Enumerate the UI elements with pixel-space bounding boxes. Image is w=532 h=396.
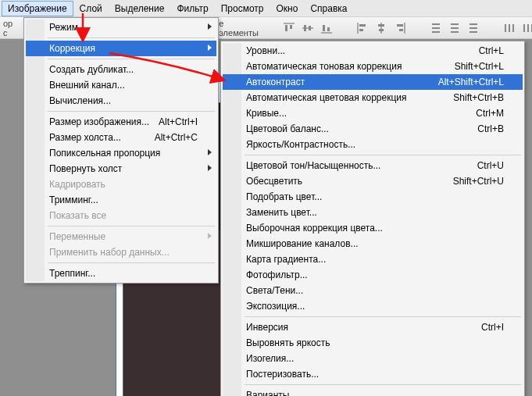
- distribute-hcenter-icon[interactable]: [520, 20, 532, 37]
- menu-item-posterize[interactable]: Постеризовать...: [223, 366, 523, 382]
- menu-shortcut: Alt+Ctrl+I: [159, 116, 198, 127]
- menubar-item-view[interactable]: Просмотр: [215, 1, 270, 16]
- align-bottom-icon[interactable]: [318, 20, 335, 37]
- menubar-item-help[interactable]: Справка: [304, 1, 353, 16]
- menu-item-brightness-contrast[interactable]: Яркость/Контрастность...: [223, 137, 523, 152]
- menu-item-image-size[interactable]: Размер изображения...Alt+Ctrl+I: [26, 114, 216, 130]
- menu-item-exposure[interactable]: Экспозиция...: [223, 298, 523, 314]
- svg-rect-12: [432, 23, 440, 25]
- svg-rect-17: [451, 31, 459, 33]
- menu-item-variations[interactable]: Варианты...: [223, 387, 523, 396]
- menu-item-replace-color[interactable]: Заменить цвет...: [223, 205, 523, 220]
- menu-label: Яркость/Контрастность...: [246, 139, 355, 150]
- svg-rect-15: [451, 23, 459, 25]
- menu-item-color-balance[interactable]: Цветовой баланс...Ctrl+B: [223, 121, 523, 137]
- menu-item-shadow-highlight[interactable]: Света/Тени...: [223, 283, 523, 298]
- menu-label: Тримминг...: [49, 194, 98, 205]
- menu-label: Показать все: [49, 210, 106, 221]
- menubar-item-filter[interactable]: Фильтр: [170, 1, 214, 16]
- align-vcenter-icon[interactable]: [299, 20, 316, 37]
- menu-item-desaturate[interactable]: ОбесцветитьShift+Ctrl+U: [223, 173, 523, 189]
- menu-item-duplicate[interactable]: Создать дубликат...: [26, 62, 216, 77]
- svg-rect-10: [397, 24, 403, 27]
- menu-item-auto-levels[interactable]: Автоматическая тоновая коррекцияShift+Ct…: [223, 59, 523, 74]
- menu-label: Экспозиция...: [246, 301, 305, 312]
- menu-label: Попиксельная пропорция: [49, 148, 160, 159]
- menu-item-trap[interactable]: Треппинг...: [26, 266, 216, 281]
- menu-item-rotate-canvas[interactable]: Повернуть холст: [26, 161, 216, 177]
- align-right-icon[interactable]: [391, 20, 409, 37]
- menu-label: Варианты...: [246, 390, 297, 396]
- menubar-item-layer[interactable]: Слой: [73, 1, 109, 16]
- menubar-item-image[interactable]: Изображение: [2, 1, 73, 16]
- menu-item-canvas-size[interactable]: Размер холста...Alt+Ctrl+C: [26, 130, 216, 145]
- menu-item-calculations[interactable]: Вычисления...: [26, 93, 216, 109]
- svg-rect-13: [432, 27, 440, 29]
- menu-label: Микширование каналов...: [246, 238, 359, 249]
- align-top-icon[interactable]: [280, 20, 298, 37]
- menu-item-crop: Кадрировать: [26, 177, 216, 192]
- menu-label: Внешний канал...: [49, 80, 125, 91]
- menubar-item-window[interactable]: Окно: [270, 1, 305, 16]
- menu-label: Кадрировать: [49, 179, 105, 190]
- submenu-arrow-icon: [208, 149, 212, 155]
- distribute-left-icon[interactable]: [501, 20, 518, 37]
- menu-shortcut: Shift+Ctrl+U: [453, 176, 504, 187]
- align-h-group: [354, 20, 409, 37]
- align-hcenter-icon[interactable]: [373, 20, 390, 37]
- menu-item-levels[interactable]: Уровни...Ctrl+L: [223, 43, 523, 59]
- menu-item-equalize[interactable]: Выровнять яркость: [223, 335, 523, 351]
- menu-item-pixel-aspect[interactable]: Попиксельная пропорция: [26, 145, 216, 161]
- svg-rect-16: [451, 27, 459, 29]
- menu-item-adjustments[interactable]: Коррекция: [26, 41, 216, 56]
- menu-item-auto-contrast[interactable]: АвтоконтрастAlt+Shift+Ctrl+L: [223, 74, 523, 90]
- distribute-vcenter-icon[interactable]: [446, 20, 463, 37]
- menu-item-selective-color[interactable]: Выборочная коррекция цвета...: [223, 220, 523, 236]
- menu-item-photo-filter[interactable]: Фотофильтр...: [223, 267, 523, 283]
- menu-label: Размер изображения...: [49, 116, 149, 127]
- menubar: Изображение Слой Выделение Фильтр Просмо…: [0, 0, 532, 17]
- menu-label: Автоконтраст: [246, 77, 305, 87]
- distribute-bottom-icon[interactable]: [465, 20, 482, 37]
- menu-item-trim[interactable]: Тримминг...: [26, 192, 216, 208]
- menu-label: Переменные: [49, 231, 105, 242]
- menu-item-auto-color[interactable]: Автоматическая цветовая коррекцияShift+C…: [223, 90, 523, 105]
- menu-item-match-color[interactable]: Подобрать цвет...: [223, 189, 523, 205]
- distribute-top-icon[interactable]: [427, 20, 445, 37]
- menu-sep: [245, 155, 521, 155]
- svg-rect-4: [323, 25, 325, 31]
- menu-item-hue-saturation[interactable]: Цветовой тон/Насыщенность...Ctrl+U: [223, 158, 523, 173]
- menu-sep: [48, 37, 215, 38]
- menu-item-channel-mixer[interactable]: Микширование каналов...: [223, 236, 523, 252]
- menu-item-variables: Переменные: [26, 229, 216, 244]
- menu-item-gradient-map[interactable]: Карта градиента...: [223, 252, 523, 267]
- adjustments-submenu: Уровни...Ctrl+L Автоматическая тоновая к…: [220, 41, 525, 396]
- svg-rect-19: [470, 27, 477, 29]
- menu-label: Режим: [49, 22, 78, 33]
- menu-label: Фотофильтр...: [246, 269, 308, 280]
- menu-label: Изогелия...: [246, 353, 294, 364]
- menu-label: Цветовой тон/Насыщенность...: [246, 160, 380, 171]
- menu-label: Коррекция: [49, 43, 95, 54]
- menu-item-threshold[interactable]: Изогелия...: [223, 351, 523, 366]
- svg-rect-9: [379, 29, 384, 31]
- menu-item-apply-image[interactable]: Внешний канал...: [26, 77, 216, 93]
- menu-label: Размер холста...: [49, 132, 121, 143]
- menu-label: Инверсия: [246, 322, 288, 333]
- menu-item-mode[interactable]: Режим: [26, 20, 216, 35]
- menu-label: Обесцветить: [246, 176, 302, 187]
- menubar-item-selection[interactable]: Выделение: [109, 1, 171, 16]
- svg-rect-22: [509, 24, 510, 32]
- svg-rect-20: [470, 31, 477, 33]
- image-menu: Режим Коррекция Создать дубликат... Внеш…: [23, 17, 219, 284]
- align-group: [280, 20, 335, 37]
- submenu-arrow-icon: [208, 233, 212, 239]
- optbar-trunc-left: ор с: [3, 19, 16, 37]
- svg-rect-23: [512, 24, 514, 32]
- menu-item-apply-dataset: Применить набор данных...: [26, 244, 216, 260]
- align-left-icon[interactable]: [354, 20, 371, 37]
- menu-item-curves[interactable]: Кривые...Ctrl+M: [223, 105, 523, 121]
- menu-label: Треппинг...: [49, 268, 95, 279]
- svg-rect-24: [523, 24, 525, 32]
- menu-item-invert[interactable]: ИнверсияCtrl+I: [223, 319, 523, 335]
